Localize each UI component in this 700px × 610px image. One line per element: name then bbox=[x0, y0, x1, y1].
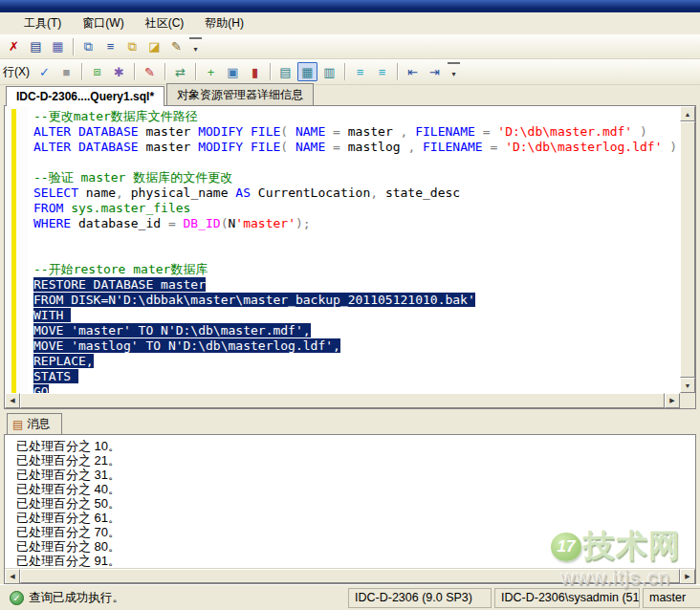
details-list-icon[interactable]: ≡ bbox=[100, 37, 120, 56]
toolbar-separator bbox=[344, 63, 345, 80]
server-name: IDC-D-2306 (9.0 SP3) bbox=[355, 591, 472, 604]
script-objects-icon[interactable]: ⧉ bbox=[122, 37, 142, 56]
code-line: FROM DISK=N'D:\dbbak\master\master_backu… bbox=[33, 293, 680, 308]
code-line: GO bbox=[33, 384, 680, 393]
code-line: ALTER DATABASE master MODIFY FILE( NAME … bbox=[33, 124, 680, 140]
query-options-icon[interactable]: ✱ bbox=[109, 62, 129, 81]
properties-page-icon[interactable]: ✎ bbox=[166, 37, 186, 56]
scrollbar-thumb[interactable] bbox=[20, 569, 680, 583]
code-line: --验证 master 数据库的文件更改 bbox=[33, 170, 680, 185]
scroll-down-icon[interactable]: ▼ bbox=[680, 378, 695, 393]
snippet-plus-icon[interactable]: + bbox=[201, 62, 221, 81]
change-tracking-bar bbox=[11, 109, 16, 393]
disconnect-icon[interactable]: ✗ bbox=[4, 37, 24, 56]
toolbar-separator bbox=[270, 63, 271, 80]
database-name: master bbox=[649, 591, 686, 604]
ssms-window: 工具(T)窗口(W)社区(C)帮助(H) ✗▤▦⧉≡⧉◪✎▾ 行(X)✓■⧈✱✎… bbox=[0, 0, 700, 610]
menu-community[interactable]: 社区(C) bbox=[137, 12, 193, 34]
code-line bbox=[33, 231, 680, 247]
results-tab-row: ▤ 消息 bbox=[4, 415, 696, 434]
results-grid-icon[interactable]: ▦ bbox=[297, 62, 317, 81]
code-line bbox=[33, 247, 680, 262]
scroll-up-icon[interactable]: ▲ bbox=[680, 106, 695, 121]
message-line: 已处理百分之 91。 bbox=[16, 554, 695, 568]
message-line: 已处理百分之 70。 bbox=[16, 525, 695, 539]
status-bar: ✓ 查询已成功执行。 IDC-D-2306 (9.0 SP3) IDC-D-23… bbox=[0, 584, 700, 610]
standard-toolbar: ✗▤▦⧉≡⧉◪✎▾ bbox=[0, 34, 700, 59]
code-line: WHERE database_id = DB_ID(N'master'); bbox=[33, 216, 680, 231]
copy-page-icon[interactable]: ⧉ bbox=[78, 37, 98, 56]
sql-editor-toolbar: 行(X)✓■⧈✱✎⇄+▣▮▤▦▥≡≡⇤⇥▾ bbox=[0, 59, 700, 85]
code-surface[interactable]: --更改mater数据库文件路径ALTER DATABASE master MO… bbox=[5, 106, 680, 393]
code-line: REPLACE, bbox=[33, 354, 680, 369]
comment-icon[interactable]: ≡ bbox=[350, 62, 370, 81]
execute-button[interactable]: 行(X) bbox=[3, 62, 33, 81]
tab-messages[interactable]: ▤ 消息 bbox=[7, 413, 62, 434]
status-server-pane: IDC-D-2306 (9.0 SP3) bbox=[348, 588, 492, 608]
toolbar2-overflow-icon[interactable]: ▾ bbox=[448, 62, 460, 81]
success-check-icon: ✓ bbox=[10, 591, 24, 605]
save-all-icon[interactable]: ▦ bbox=[48, 37, 68, 56]
code-line bbox=[33, 155, 680, 170]
indent-icon[interactable]: ⇥ bbox=[425, 62, 445, 81]
toolbar1-overflow-icon[interactable]: ▾ bbox=[189, 37, 202, 56]
editor-horizontal-scrollbar[interactable]: ◀ ▶ bbox=[5, 393, 680, 408]
design-query-icon[interactable]: ✎ bbox=[140, 62, 160, 81]
tab-object-explorer[interactable]: 对象资源管理器详细信息 bbox=[166, 83, 314, 105]
specify-values-icon[interactable]: ⇄ bbox=[170, 62, 190, 81]
message-line: 已处理百分之 50。 bbox=[16, 496, 695, 511]
messages-horizontal-scrollbar[interactable]: ◀ ▶ bbox=[5, 568, 695, 583]
messages-icon: ▤ bbox=[12, 418, 23, 431]
menu-tools[interactable]: 工具(T) bbox=[15, 12, 70, 34]
menu-bar: 工具(T)窗口(W)社区(C)帮助(H) bbox=[0, 12, 700, 34]
messages-tab-label: 消息 bbox=[27, 416, 50, 432]
toolbar-separator bbox=[81, 63, 82, 80]
scrollbar-corner bbox=[680, 393, 695, 408]
execution-plan-icon[interactable]: ⧈ bbox=[87, 62, 107, 81]
tab-query1[interactable]: IDC-D-2306....Query1.sql* bbox=[6, 86, 164, 106]
scroll-right-icon[interactable]: ▶ bbox=[680, 569, 695, 584]
results-text-icon[interactable]: ▤ bbox=[275, 62, 295, 81]
object-cube-icon[interactable]: ◪ bbox=[144, 37, 164, 56]
help-book-icon[interactable]: ▮ bbox=[245, 62, 265, 81]
message-line: 已处理百分之 31。 bbox=[16, 468, 695, 482]
toolbar-separator bbox=[397, 63, 398, 80]
toolbar-separator bbox=[195, 63, 196, 80]
status-user-pane: IDC-D-2306\sysadmin (51) bbox=[494, 588, 640, 608]
messages-body: 已处理百分之 10。已处理百分之 21。已处理百分之 31。已处理百分之 40。… bbox=[4, 434, 696, 584]
parse-check-icon[interactable]: ✓ bbox=[34, 62, 55, 81]
code-area[interactable]: --更改mater数据库文件路径ALTER DATABASE master MO… bbox=[28, 106, 680, 393]
code-line: MOVE 'master' TO N'D:\db\master.mdf', bbox=[33, 323, 680, 338]
stop-icon[interactable]: ■ bbox=[56, 62, 77, 81]
message-line: 已处理百分之 80。 bbox=[16, 539, 695, 554]
results-file-icon[interactable]: ▥ bbox=[319, 62, 339, 81]
server-icon[interactable]: ▣ bbox=[223, 62, 243, 81]
message-line: 已处理百分之 21。 bbox=[16, 453, 695, 468]
results-pane: ▤ 消息 已处理百分之 10。已处理百分之 21。已处理百分之 31。已处理百分… bbox=[4, 415, 696, 584]
code-line: STATS bbox=[33, 369, 680, 384]
scroll-left-icon[interactable]: ◀ bbox=[5, 569, 20, 584]
message-line: 已处理百分之 61。 bbox=[16, 511, 695, 525]
uncomment-icon[interactable]: ≡ bbox=[372, 62, 392, 81]
scrollbar-thumb[interactable] bbox=[680, 121, 695, 378]
scroll-right-icon[interactable]: ▶ bbox=[665, 393, 680, 408]
message-line: 已处理百分之 10。 bbox=[16, 439, 695, 453]
title-bar[interactable] bbox=[0, 0, 700, 12]
code-line: --更改mater数据库文件路径 bbox=[33, 109, 680, 124]
message-line: 已处理百分之 40。 bbox=[16, 482, 695, 496]
scrollbar-thumb[interactable] bbox=[20, 393, 665, 408]
code-line: --开始restore mater数据库 bbox=[33, 262, 680, 277]
status-message: 查询已成功执行。 bbox=[29, 590, 124, 606]
editor-vertical-scrollbar[interactable]: ▲ ▼ bbox=[680, 106, 695, 393]
code-line: ALTER DATABASE master MODIFY FILE( NAME … bbox=[33, 140, 680, 155]
status-message-pane: ✓ 查询已成功执行。 bbox=[3, 588, 345, 608]
save-icon[interactable]: ▤ bbox=[26, 37, 46, 56]
code-line: SELECT name, physical_name AS CurrentLoc… bbox=[33, 185, 680, 201]
scroll-left-icon[interactable]: ◀ bbox=[5, 393, 20, 408]
outdent-icon[interactable]: ⇤ bbox=[403, 62, 423, 81]
menu-window[interactable]: 窗口(W) bbox=[74, 12, 132, 34]
messages-output[interactable]: 已处理百分之 10。已处理百分之 21。已处理百分之 31。已处理百分之 40。… bbox=[5, 435, 695, 568]
code-line: FROM sys.master_files bbox=[33, 201, 680, 216]
code-line: WITH bbox=[33, 308, 680, 323]
menu-help[interactable]: 帮助(H) bbox=[196, 12, 252, 34]
